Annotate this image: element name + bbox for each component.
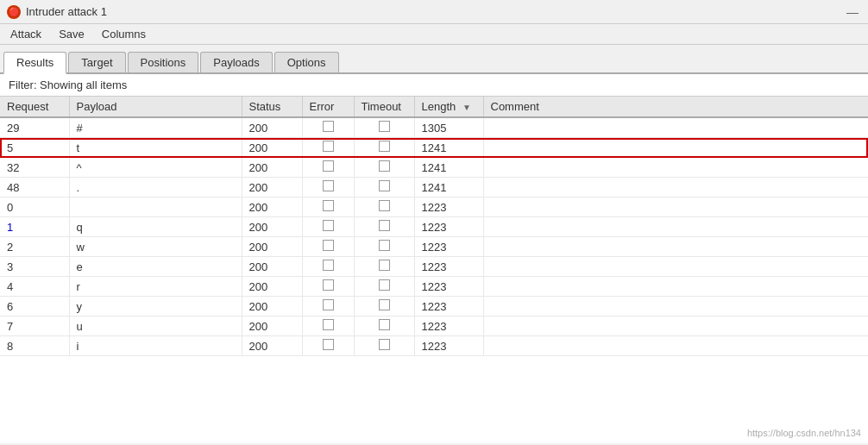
cell-status: 200 — [242, 257, 302, 277]
error-checkbox[interactable] — [323, 279, 334, 291]
cell-timeout[interactable] — [354, 237, 414, 257]
cell-payload: # — [69, 117, 242, 138]
timeout-checkbox[interactable] — [379, 279, 390, 291]
cell-error[interactable] — [302, 317, 354, 336]
cell-timeout[interactable] — [354, 277, 414, 297]
table-row[interactable]: 5 t 200 1241 — [0, 138, 868, 158]
menu-columns[interactable]: Columns — [95, 26, 153, 42]
timeout-checkbox[interactable] — [379, 121, 390, 132]
cell-timeout[interactable] — [354, 257, 414, 277]
menu-save[interactable]: Save — [52, 26, 91, 42]
cell-timeout[interactable] — [354, 217, 414, 237]
table-row[interactable]: 0 200 1223 — [0, 197, 868, 217]
error-checkbox[interactable] — [323, 339, 334, 350]
cell-error[interactable] — [302, 277, 354, 297]
cell-timeout[interactable] — [354, 317, 414, 336]
cell-comment — [483, 297, 868, 317]
header-request[interactable]: Request — [0, 97, 69, 117]
tab-payloads[interactable]: Payloads — [200, 52, 272, 72]
cell-error[interactable] — [302, 117, 354, 138]
error-checkbox[interactable] — [323, 180, 334, 191]
cell-length: 1223 — [414, 277, 483, 297]
timeout-checkbox[interactable] — [379, 141, 390, 152]
header-length[interactable]: Length ▼ — [414, 97, 483, 117]
cell-error[interactable] — [302, 197, 354, 217]
cell-comment — [483, 178, 868, 197]
error-checkbox[interactable] — [323, 240, 334, 251]
cell-error[interactable] — [302, 257, 354, 277]
cell-request: 29 — [0, 117, 69, 138]
table-row[interactable]: 32 ^ 200 1241 — [0, 158, 868, 178]
cell-timeout[interactable] — [354, 178, 414, 197]
timeout-checkbox[interactable] — [379, 260, 390, 271]
cell-request: 6 — [0, 297, 69, 317]
cell-payload: e — [69, 257, 242, 277]
error-checkbox[interactable] — [323, 319, 334, 330]
header-timeout[interactable]: Timeout — [354, 97, 414, 117]
header-comment[interactable]: Comment — [483, 97, 868, 117]
cell-length: 1305 — [414, 117, 483, 138]
menu-attack[interactable]: Attack — [3, 26, 48, 42]
table-row[interactable]: 1 q 200 1223 — [0, 217, 868, 237]
error-checkbox[interactable] — [323, 260, 334, 271]
error-checkbox[interactable] — [323, 121, 334, 132]
cell-timeout[interactable] — [354, 117, 414, 138]
timeout-checkbox[interactable] — [379, 180, 390, 191]
cell-comment — [483, 197, 868, 217]
table-row[interactable]: 6 y 200 1223 — [0, 297, 868, 317]
cell-length: 1241 — [414, 138, 483, 158]
cell-error[interactable] — [302, 217, 354, 237]
timeout-checkbox[interactable] — [379, 220, 390, 231]
cell-comment — [483, 336, 868, 356]
tab-results[interactable]: Results — [3, 52, 66, 74]
cell-payload: i — [69, 336, 242, 356]
cell-error[interactable] — [302, 158, 354, 178]
timeout-checkbox[interactable] — [379, 319, 390, 330]
cell-request: 2 — [0, 237, 69, 257]
error-checkbox[interactable] — [323, 299, 334, 310]
timeout-checkbox[interactable] — [379, 240, 390, 251]
timeout-checkbox[interactable] — [379, 200, 390, 211]
header-status[interactable]: Status — [242, 97, 302, 117]
error-checkbox[interactable] — [323, 220, 334, 231]
cell-payload — [69, 197, 242, 217]
timeout-checkbox[interactable] — [379, 160, 390, 172]
cell-payload: t — [69, 138, 242, 158]
table-row[interactable]: 8 i 200 1223 — [0, 336, 868, 356]
cell-timeout[interactable] — [354, 297, 414, 317]
cell-error[interactable] — [302, 297, 354, 317]
filter-text: Filter: Showing all items — [9, 78, 127, 91]
cell-length: 1223 — [414, 217, 483, 237]
cell-comment — [483, 277, 868, 297]
cell-payload: r — [69, 277, 242, 297]
cell-error[interactable] — [302, 138, 354, 158]
header-payload[interactable]: Payload — [69, 97, 242, 117]
error-checkbox[interactable] — [323, 200, 334, 211]
table-row[interactable]: 29 # 200 1305 — [0, 117, 868, 138]
table-row[interactable]: 3 e 200 1223 — [0, 257, 868, 277]
tab-positions[interactable]: Positions — [128, 52, 199, 72]
minimize-button[interactable]: — — [844, 3, 861, 21]
cell-error[interactable] — [302, 237, 354, 257]
timeout-checkbox[interactable] — [379, 299, 390, 310]
error-checkbox[interactable] — [323, 141, 334, 152]
error-checkbox[interactable] — [323, 160, 334, 172]
header-error[interactable]: Error — [302, 97, 354, 117]
tab-options[interactable]: Options — [274, 52, 339, 72]
cell-timeout[interactable] — [354, 158, 414, 178]
cell-error[interactable] — [302, 336, 354, 356]
cell-request: 4 — [0, 277, 69, 297]
table-row[interactable]: 2 w 200 1223 — [0, 237, 868, 257]
timeout-checkbox[interactable] — [379, 339, 390, 350]
table-row[interactable]: 4 r 200 1223 — [0, 277, 868, 297]
tab-target[interactable]: Target — [68, 52, 125, 72]
table-row[interactable]: 48 . 200 1241 — [0, 178, 868, 197]
cell-request: 5 — [0, 138, 69, 158]
cell-timeout[interactable] — [354, 336, 414, 356]
cell-length: 1223 — [414, 336, 483, 356]
cell-error[interactable] — [302, 178, 354, 197]
table-row[interactable]: 7 u 200 1223 — [0, 317, 868, 336]
cell-timeout[interactable] — [354, 138, 414, 158]
cell-timeout[interactable] — [354, 197, 414, 217]
cell-length: 1223 — [414, 297, 483, 317]
